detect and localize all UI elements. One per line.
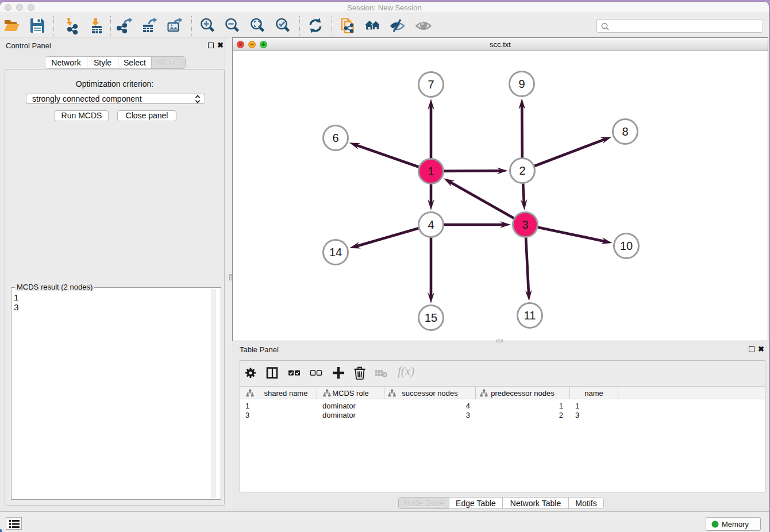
svg-text:7: 7	[428, 78, 434, 91]
svg-text:11: 11	[524, 309, 536, 322]
svg-text:14: 14	[329, 246, 342, 259]
svg-text:1: 1	[428, 165, 434, 178]
svg-text:10: 10	[620, 240, 633, 252]
svg-text:9: 9	[518, 78, 525, 90]
svg-text:6: 6	[332, 132, 338, 144]
svg-text:3: 3	[522, 218, 528, 231]
svg-text:4: 4	[428, 218, 434, 231]
svg-text:15: 15	[425, 311, 437, 324]
svg-text:2: 2	[519, 164, 525, 177]
svg-text:8: 8	[622, 125, 628, 138]
